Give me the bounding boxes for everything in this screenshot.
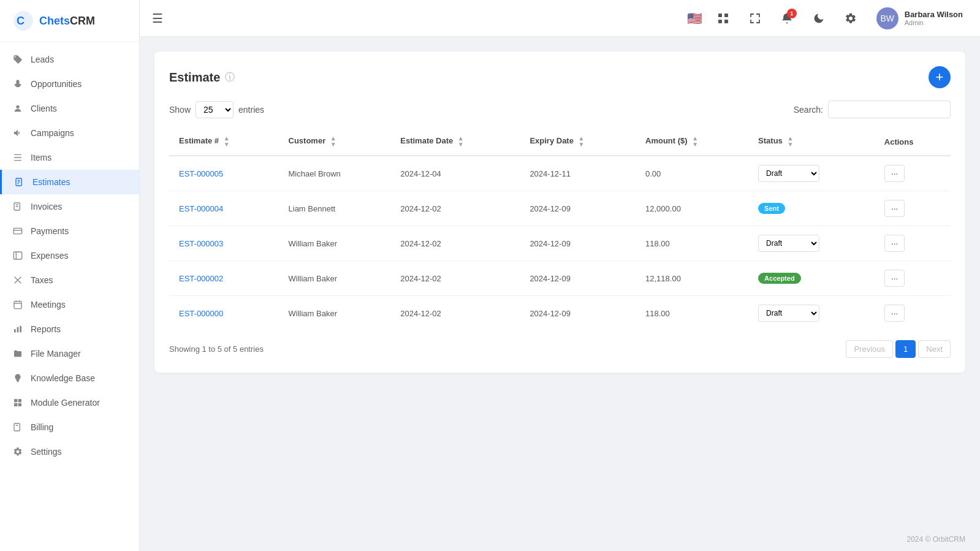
status-cell[interactable]: DraftSentAccepted [748,156,875,191]
estimate-link[interactable]: EST-000003 [179,239,223,248]
svg-rect-29 [14,424,20,431]
notifications-icon[interactable]: 1 [776,7,798,29]
customer-cell: William Baker [279,296,391,331]
meetings-icon [12,299,23,310]
sidebar-item-knowledge-base[interactable]: Knowledge Base [0,366,139,390]
col-expiry_date[interactable]: Expiry Date ▲▼ [520,128,636,156]
next-button[interactable]: Next [918,340,951,358]
col-amount[interactable]: Amount ($) ▲▼ [636,128,748,156]
table-row: EST-000005Michael Brown2024-12-042024-12… [169,156,951,191]
expiry-date-cell: 2024-12-09 [520,191,636,226]
svg-rect-14 [13,228,21,234]
col-actions: Actions [875,128,951,156]
header: ☰ 🇺🇸 1 BW Barbara Wilson [140,0,980,37]
status-select[interactable]: DraftSentAccepted [758,165,819,182]
search-label: Search: [794,105,823,115]
svg-rect-27 [14,403,17,406]
table-row: EST-000003William Baker2024-12-022024-12… [169,226,951,261]
info-icon[interactable]: ⓘ [225,71,235,84]
svg-text:C: C [17,15,25,27]
language-flag[interactable]: 🇺🇸 [687,11,702,26]
sidebar-item-reports[interactable]: Reports [0,317,139,341]
pagination-info: Showing 1 to 5 of 5 entries [169,344,264,354]
action-button[interactable]: ··· [884,165,905,182]
page-1-button[interactable]: 1 [895,340,916,358]
svg-rect-16 [13,252,21,259]
search-input[interactable] [828,101,951,118]
settings-icon[interactable] [840,7,862,29]
sidebar-item-billing[interactable]: Billing [0,415,139,439]
logo[interactable]: C ChetsCRM [0,0,139,42]
sidebar-item-invoices[interactable]: Invoices [0,194,139,219]
col-customer[interactable]: Customer ▲▼ [279,128,391,156]
status-badge: Accepted [758,273,801,284]
sidebar-item-module-generator[interactable]: Module Generator [0,390,139,415]
apps-icon[interactable] [712,7,734,29]
customer-cell: William Baker [279,226,391,261]
expiry-date-cell: 2024-12-09 [520,226,636,261]
estimate-link[interactable]: EST-000000 [179,309,223,318]
estimate-date-cell: 2024-12-02 [390,191,520,226]
action-button[interactable]: ··· [884,235,905,252]
estimates-icon [14,177,25,188]
col-estimate_num[interactable]: Estimate # ▲▼ [169,128,279,156]
fullscreen-icon[interactable] [744,7,766,29]
amount-cell: 118.00 [636,296,748,331]
estimate-link[interactable]: EST-000004 [179,204,223,213]
sidebar-item-label: Module Generator [31,398,100,408]
svg-point-3 [16,105,19,108]
estimate-link[interactable]: EST-000005 [179,169,223,178]
svg-rect-28 [18,403,21,406]
knowledge-icon [12,373,23,384]
user-name: Barbara Wilson [905,10,963,19]
svg-rect-26 [18,399,21,402]
action-button[interactable]: ··· [884,305,905,322]
sidebar-item-taxes[interactable]: Taxes [0,268,139,292]
action-button[interactable]: ··· [884,200,905,217]
customer-cell: Michael Brown [279,156,391,191]
footer: 2024 © OrbitCRM [140,528,980,551]
notification-count: 1 [787,9,797,18]
sidebar-item-opportunities[interactable]: Opportunities [0,72,139,96]
status-select[interactable]: DraftSentAccepted [758,235,819,252]
entries-select[interactable]: 102550100 [196,101,234,118]
svg-rect-23 [17,327,19,333]
sidebar-item-campaigns[interactable]: Campaigns [0,121,139,145]
actions-cell: ··· [875,296,951,331]
sidebar-item-items[interactable]: Items [0,145,139,170]
list-icon [12,152,23,163]
sidebar-item-payments[interactable]: Payments [0,219,139,243]
estimates-card: Estimate ⓘ + Show 102550100 entries Sear… [154,51,965,373]
sort-icon: ▲▼ [330,135,336,148]
sidebar-item-expenses[interactable]: Expenses [0,243,139,268]
sidebar-item-settings[interactable]: Settings [0,439,139,464]
hamburger-menu[interactable]: ☰ [152,11,163,26]
status-cell[interactable]: DraftSentAccepted [748,296,875,331]
header-icons: 🇺🇸 1 BW Barbara Wilson Admin [687,5,968,32]
sidebar-item-clients[interactable]: Clients [0,96,139,121]
sidebar-item-label: Billing [31,422,53,432]
dark-mode-icon[interactable] [808,7,830,29]
sidebar-item-meetings[interactable]: Meetings [0,292,139,317]
sidebar-item-estimates[interactable]: Estimates [0,170,139,194]
col-estimate_date[interactable]: Estimate Date ▲▼ [390,128,520,156]
sidebar-item-leads[interactable]: Leads [0,47,139,72]
page-title: Estimate [169,70,220,85]
sidebar-item-label: Campaigns [31,128,74,138]
sort-icon: ▲▼ [458,135,464,148]
status-cell[interactable]: DraftSentAccepted [748,226,875,261]
user-profile[interactable]: BW Barbara Wilson Admin [872,5,968,32]
table-row: EST-000004Liam Bennett2024-12-022024-12-… [169,191,951,226]
sidebar-item-label: Knowledge Base [31,373,95,383]
estimate-link[interactable]: EST-000002 [179,274,223,283]
add-estimate-button[interactable]: + [929,66,951,88]
status-select[interactable]: DraftSentAccepted [758,305,819,322]
col-status[interactable]: Status ▲▼ [748,128,875,156]
actions-cell: ··· [875,226,951,261]
action-button[interactable]: ··· [884,270,905,287]
status-cell: Accepted [748,261,875,296]
previous-button[interactable]: Previous [846,340,893,358]
sidebar-item-file-manager[interactable]: File Manager [0,341,139,366]
logo-text: ChetsCRM [39,15,95,28]
sidebar-item-label: Opportunities [31,79,82,89]
